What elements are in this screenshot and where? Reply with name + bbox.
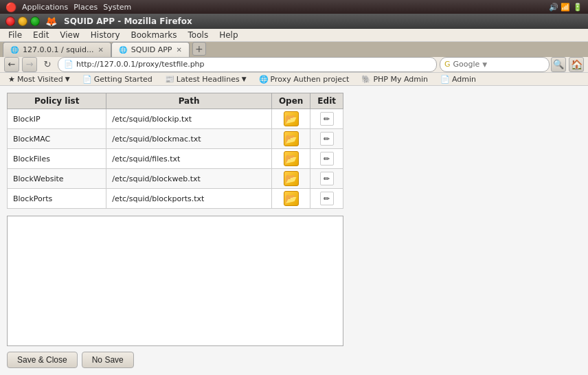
firefox-logo-icon: 🦊 bbox=[45, 16, 57, 27]
folder-icon: 📂 bbox=[285, 133, 297, 144]
titlebar: 🦊 SQUID APP - Mozilla Firefox bbox=[0, 14, 588, 29]
tab-squid-localhost[interactable]: 🌐 127.0.0.1 / squid... ✕ bbox=[3, 42, 111, 57]
folder-icon: 📂 bbox=[285, 153, 297, 164]
col-path-header: Path bbox=[106, 93, 272, 109]
open-cell: 📂 bbox=[271, 129, 310, 149]
tabbar: 🌐 127.0.0.1 / squid... ✕ 🌐 SQUID APP ✕ + bbox=[0, 42, 588, 57]
menu-file[interactable]: File bbox=[3, 29, 27, 41]
edit-cell: ✏️ bbox=[310, 189, 343, 209]
folder-icon: 📂 bbox=[285, 193, 297, 204]
policy-table: Policy list Path Open Edit BlockIP/etc/s… bbox=[7, 93, 343, 209]
forward-button[interactable]: → bbox=[22, 57, 37, 72]
menu-bookmarks[interactable]: Bookmarks bbox=[126, 29, 183, 41]
address-bar[interactable]: 📄 http://127.0.0.1/proxy/testfile.php bbox=[58, 57, 437, 72]
tab2-close-button[interactable]: ✕ bbox=[177, 46, 182, 54]
ubuntu-left: 🔴 Applications Places System bbox=[5, 2, 131, 12]
bookmark-proxy-authen[interactable]: 🌐 Proxy Authen project bbox=[255, 74, 354, 84]
open-cell: 📂 bbox=[271, 169, 310, 189]
minimize-window-button[interactable] bbox=[18, 16, 27, 26]
apps-menu[interactable]: Applications bbox=[22, 3, 68, 12]
open-file-button[interactable]: 📂 bbox=[284, 171, 299, 186]
tab1-label: 127.0.0.1 / squid... bbox=[23, 45, 93, 54]
col-edit-header: Edit bbox=[310, 93, 343, 109]
bookmark-latest-headlines[interactable]: 📰 Latest Headlines ▼ bbox=[161, 74, 251, 84]
edit-file-button[interactable]: ✏️ bbox=[320, 112, 334, 126]
url-text: http://127.0.0.1/proxy/testfile.php bbox=[76, 60, 205, 69]
getting-started-icon: 📄 bbox=[82, 75, 92, 84]
edit-file-button[interactable]: ✏️ bbox=[320, 172, 334, 185]
close-window-button[interactable] bbox=[5, 16, 15, 26]
menu-help[interactable]: Help bbox=[214, 29, 243, 41]
pencil-icon: ✏️ bbox=[324, 135, 330, 144]
table-row: BlockIP/etc/squid/blockip.txt📂✏️ bbox=[8, 109, 343, 129]
edit-file-button[interactable]: ✏️ bbox=[320, 132, 334, 146]
latest-headlines-icon: 📰 bbox=[165, 75, 174, 84]
phpmyadmin-label: PHP My Admin bbox=[373, 75, 428, 84]
window-title: SQUID APP - Mozilla Firefox bbox=[64, 16, 192, 26]
pencil-icon: ✏️ bbox=[324, 115, 330, 124]
admin-label: Admin bbox=[452, 75, 476, 84]
col-policy-header: Policy list bbox=[8, 93, 106, 109]
edit-cell: ✏️ bbox=[310, 169, 343, 189]
most-visited-icon: ★ bbox=[8, 75, 15, 84]
ubuntu-right: 🔊 📶 🔋 bbox=[549, 3, 583, 12]
tab2-icon: 🌐 bbox=[119, 46, 127, 54]
path-cell: /etc/squid/blockweb.txt bbox=[106, 169, 272, 189]
most-visited-label: Most Visited bbox=[17, 75, 63, 84]
edit-cell: ✏️ bbox=[310, 109, 343, 129]
col-open-header: Open bbox=[271, 93, 310, 109]
proxy-authen-icon: 🌐 bbox=[259, 75, 269, 84]
tab2-label: SQUID APP bbox=[131, 45, 172, 54]
latest-headlines-arrow-icon: ▼ bbox=[242, 76, 247, 82]
bookmarks-bar: ★ Most Visited ▼ 📄 Getting Started 📰 Lat… bbox=[0, 73, 588, 86]
folder-icon: 📂 bbox=[285, 173, 297, 184]
menu-tools[interactable]: Tools bbox=[183, 29, 214, 41]
tab1-close-button[interactable]: ✕ bbox=[98, 46, 103, 54]
policy-cell: BlockFiles bbox=[8, 149, 106, 169]
pencil-icon: ✏️ bbox=[324, 155, 330, 163]
bookmark-phpmyadmin[interactable]: 🐘 PHP My Admin bbox=[357, 74, 432, 84]
search-bar[interactable]: G Google ▼ bbox=[440, 57, 550, 72]
reload-button[interactable]: ↻ bbox=[40, 57, 55, 72]
open-cell: 📂 bbox=[271, 109, 310, 129]
search-button[interactable]: 🔍 bbox=[551, 57, 566, 72]
policy-cell: BlockWebsite bbox=[8, 169, 106, 189]
page-icon: 📄 bbox=[64, 60, 74, 69]
search-text: Google bbox=[453, 60, 480, 69]
open-file-button[interactable]: 📂 bbox=[284, 111, 299, 126]
search-dropdown-icon[interactable]: ▼ bbox=[482, 61, 487, 68]
tab-squid-app[interactable]: 🌐 SQUID APP ✕ bbox=[111, 42, 190, 57]
path-cell: /etc/squid/blockip.txt bbox=[106, 109, 272, 129]
open-file-button[interactable]: 📂 bbox=[284, 191, 299, 206]
bookmark-getting-started[interactable]: 📄 Getting Started bbox=[78, 74, 157, 84]
home-button[interactable]: 🏠 bbox=[569, 57, 584, 72]
system-menu[interactable]: System bbox=[103, 3, 131, 12]
addressbar: ← → ↻ 📄 http://127.0.0.1/proxy/testfile.… bbox=[0, 57, 588, 73]
pencil-icon: ✏️ bbox=[324, 174, 330, 183]
no-save-button[interactable]: No Save bbox=[82, 352, 134, 368]
save-close-button[interactable]: Save & Close bbox=[7, 352, 78, 368]
back-button[interactable]: ← bbox=[4, 57, 19, 72]
open-file-button[interactable]: 📂 bbox=[284, 151, 299, 166]
bookmark-admin[interactable]: 📄 Admin bbox=[436, 74, 480, 84]
edit-file-button[interactable]: ✏️ bbox=[320, 192, 334, 205]
edit-cell: ✏️ bbox=[310, 129, 343, 149]
path-cell: /etc/squid/blockports.txt bbox=[106, 189, 272, 209]
file-editor[interactable] bbox=[7, 216, 343, 346]
proxy-authen-label: Proxy Authen project bbox=[271, 75, 350, 84]
bookmark-most-visited[interactable]: ★ Most Visited ▼ bbox=[4, 74, 74, 84]
places-menu[interactable]: Places bbox=[74, 3, 98, 12]
new-tab-button[interactable]: + bbox=[192, 42, 206, 56]
menu-history[interactable]: History bbox=[85, 29, 126, 41]
menu-view[interactable]: View bbox=[54, 29, 84, 41]
bottom-buttons: Save & Close No Save bbox=[7, 352, 581, 368]
edit-file-button[interactable]: ✏️ bbox=[320, 152, 334, 166]
most-visited-arrow-icon: ▼ bbox=[65, 76, 70, 82]
maximize-window-button[interactable] bbox=[30, 16, 40, 26]
path-cell: /etc/squid/blockmac.txt bbox=[106, 129, 272, 149]
menu-edit[interactable]: Edit bbox=[27, 29, 54, 41]
path-cell: /etc/squid/files.txt bbox=[106, 149, 272, 169]
open-file-button[interactable]: 📂 bbox=[284, 131, 299, 146]
system-tray: 🔊 📶 🔋 bbox=[549, 3, 583, 12]
table-row: BlockMAC/etc/squid/blockmac.txt📂✏️ bbox=[8, 129, 343, 149]
